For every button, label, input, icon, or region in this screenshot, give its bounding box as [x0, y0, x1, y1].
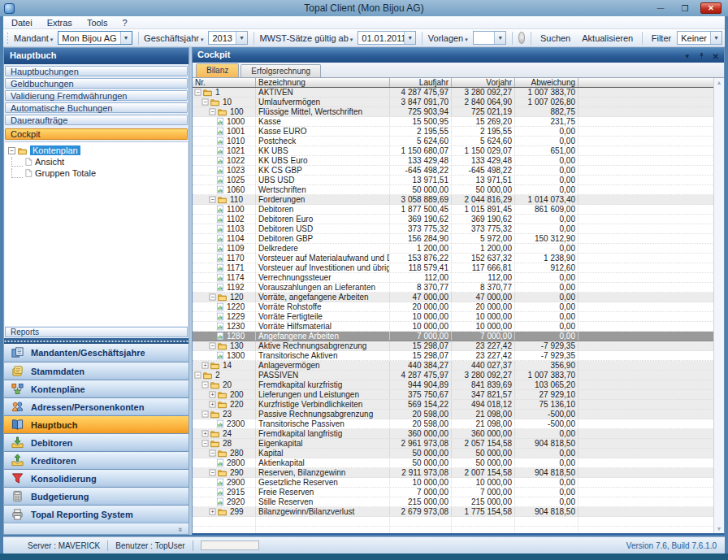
chevron-down-icon[interactable] [120, 32, 132, 44]
mandant-combobox[interactable]: Mon Bijou AG [58, 31, 132, 45]
tab-bilanz[interactable]: Bilanz [196, 63, 239, 77]
chevron-down-icon[interactable] [710, 32, 722, 44]
nav-button-budgetierung[interactable]: Budgetierung [4, 487, 188, 505]
collapse-icon[interactable] [209, 196, 215, 202]
collapse-icon[interactable] [194, 89, 201, 95]
table-row-1100[interactable]: 1100Debitoren1 877 500,451 015 891,45861… [193, 205, 724, 215]
table-row-1109[interactable]: 1109Delkredere1 200,001 200,000,00 [193, 244, 724, 254]
table-row-2800[interactable]: 2800Aktienkapital50 000,0050 000,000,00 [193, 458, 724, 468]
menu-item-[interactable]: ? [123, 18, 128, 28]
sidebar-collapse-button[interactable]: » [4, 523, 188, 534]
table-row-1103[interactable]: 1103Debitoren USD373 775,32373 775,320,0… [193, 224, 724, 234]
sidebar-item-reports[interactable]: Reports [5, 327, 188, 337]
expand-icon[interactable] [202, 362, 208, 368]
tree-node-label[interactable]: Ansicht [35, 157, 64, 167]
menu-item-tools[interactable]: Tools [87, 18, 108, 28]
table-row-1102[interactable]: 1102Debitoren Euro369 190,62369 190,620,… [193, 215, 724, 224]
nav-button-kontenpl-ne[interactable]: Kontenpläne [4, 380, 188, 397]
table-row-1280[interactable]: 1280Angefangene Arbeiten7 000,007 000,00… [193, 332, 724, 341]
close-panel-icon[interactable]: ✕ [713, 52, 719, 61]
nav-button-mandanten-gesch-ftsjahre[interactable]: Mandanten/Geschäftsjahre [4, 344, 188, 362]
table-row-1229[interactable]: 1229Vorräte Fertigteile10 000,0010 000,0… [193, 312, 724, 322]
table-row-24[interactable]: 24Fremdkapital langfristig360 000,00360 … [193, 429, 724, 439]
nav-button-adressen-personenkonten[interactable]: Adressen/Personenkonten [4, 397, 188, 415]
vorlagen-dropdown-button[interactable]: Vorlagen [426, 33, 470, 43]
tree-node-kontenplan[interactable]: Kontenplan [8, 145, 188, 156]
table-row-110[interactable]: 110Forderungen3 058 889,692 044 816,291 … [193, 195, 724, 205]
table-row-1174[interactable]: 1174Verrechnungssteuer112,00112,000,00 [193, 273, 724, 283]
pin-icon[interactable] [698, 52, 705, 62]
collapse-icon[interactable] [209, 342, 215, 349]
filter-button[interactable]: Filter [646, 33, 674, 43]
tree-node-ansicht[interactable]: Ansicht [8, 156, 188, 167]
table-row-1170[interactable]: 1170Vorsteuer auf Materialaufwand und D.… [193, 254, 724, 263]
window-position-icon[interactable]: ▼ [684, 53, 691, 60]
sidebar-item-geldbuchungen[interactable]: Geldbuchungen [5, 78, 188, 89]
table-row-2915[interactable]: 2915Freie Reserven7 000,007 000,000,00 [193, 488, 724, 497]
table-row-100[interactable]: 100Flüssige Mittel, Wertschriften725 903… [193, 107, 724, 117]
collapse-icon[interactable] [209, 469, 215, 475]
table-row-290[interactable]: 290Reserven, Bilanzgewinn2 911 973,082 0… [193, 468, 724, 478]
vertical-scrollbar[interactable]: ▲ ▼ [713, 78, 724, 533]
suchen-button[interactable]: Suchen [535, 33, 576, 43]
toolbar-grip[interactable] [6, 32, 8, 44]
collapse-icon[interactable] [202, 410, 208, 417]
table-row-130[interactable]: 130Aktive Rechnungsabgrenzung15 298,0723… [193, 341, 724, 351]
nav-button-debitoren[interactable]: Debitoren [4, 433, 188, 451]
minimize-button[interactable] [652, 2, 670, 14]
expand-icon[interactable] [202, 430, 208, 436]
nav-button-hauptbuch[interactable]: Hauptbuch [4, 415, 188, 433]
table-row-1104[interactable]: 1104Debitoren GBP156 284,905 972,00150 3… [193, 234, 724, 244]
tree-node-label[interactable]: Gruppen Totale [35, 168, 96, 178]
chevron-down-icon[interactable] [494, 32, 505, 44]
menu-item-extras[interactable]: Extras [47, 18, 72, 28]
collapse-icon[interactable] [209, 293, 215, 300]
scroll-down-icon[interactable]: ▼ [717, 524, 722, 533]
table-row-1171[interactable]: 1171Vorsteuer auf Investitionen und übri… [193, 263, 724, 273]
table-row-1022[interactable]: 1022KK UBS Euro133 429,48133 429,480,00 [193, 156, 724, 166]
aktualisieren-button[interactable]: Aktualisieren [576, 33, 639, 43]
table-row-2[interactable]: 2PASSIVEN4 287 475,973 280 092,271 007 3… [193, 371, 724, 380]
table-row-2900[interactable]: 2900Gesetzliche Reserven10 000,0010 000,… [193, 478, 724, 488]
table-row-14[interactable]: 14Anlagevermögen440 384,27440 027,37356,… [193, 361, 724, 371]
table-row-28[interactable]: 28Eigenkapital2 961 973,082 057 154,5890… [193, 439, 724, 449]
filter-combobox[interactable]: Keiner [677, 31, 722, 45]
column-header-bezeichnung[interactable]: Bezeichnung [256, 78, 390, 87]
table-row-2920[interactable]: 2920Stille Reserven215 000,00215 000,000… [193, 497, 724, 507]
column-header-laufjahr[interactable]: Laufjahr [390, 78, 452, 87]
tab-erfolgsrechnung[interactable]: Erfolgsrechnung [240, 64, 321, 77]
column-header-nr[interactable]: Nr. [193, 78, 256, 87]
table-row-1220[interactable]: 1220Vorräte Rohstoffe20 000,0020 000,000… [193, 302, 724, 312]
table-row-1025[interactable]: 1025UBS USD13 971,5113 971,510,00 [193, 176, 724, 185]
sidebar-item-validierung-fremdw-hrungen[interactable]: Validierung Fremdwährungen [5, 90, 188, 101]
table-row-299[interactable]: 299Bilanzgewinn/Bilanzverlust2 679 973,0… [193, 507, 724, 517]
nav-button-konsolidierung[interactable]: Konsolidierung [4, 469, 188, 487]
collapse-icon[interactable] [8, 147, 15, 154]
sidebar-item-automatische-buchungen[interactable]: Automatische Buchungen [5, 102, 188, 113]
table-row-1192[interactable]: 1192Vorauszahlungen an Lieferanten8 370,… [193, 283, 724, 293]
table-row-1060[interactable]: 1060Wertschriften50 000,0050 000,000,00 [193, 185, 724, 195]
table-row-220[interactable]: 220Kurzfristige Verbindlichkeiten569 154… [193, 400, 724, 410]
table-row-1023[interactable]: 1023KK CS GBP-645 498,22-645 498,220,00 [193, 166, 724, 176]
collapse-icon[interactable] [209, 108, 215, 115]
menu-item-datei[interactable]: Datei [11, 18, 32, 28]
chevron-down-icon[interactable] [236, 32, 247, 44]
sidebar-item-dauerauftr-ge[interactable]: Daueraufträge [5, 115, 188, 125]
close-button[interactable] [700, 2, 722, 14]
expand-icon[interactable] [209, 401, 215, 407]
mwst-dropdown-button[interactable]: MWST-Sätze gültig ab [257, 33, 355, 43]
nav-button-stammdaten[interactable]: Stammdaten [4, 362, 188, 380]
expand-icon[interactable] [209, 391, 215, 397]
mwst-date-combobox[interactable]: 01.01.2011 [358, 31, 416, 45]
chevron-down-icon[interactable] [404, 32, 415, 44]
table-row-1230[interactable]: 1230Vorräte Hilfsmaterial10 000,0010 000… [193, 322, 724, 332]
sidebar-item-cockpit[interactable]: Cockpit [5, 128, 188, 140]
table-row-23[interactable]: 23Passive Rechnungsabgrenzung20 598,0021… [193, 410, 724, 419]
sidebar-item-hauptbuchungen[interactable]: Hauptbuchungen [5, 66, 188, 76]
vorlagen-combobox[interactable] [473, 31, 507, 45]
table-row-200[interactable]: 200Lieferungen und Leistungen375 750,673… [193, 390, 724, 400]
table-row-1[interactable]: 1AKTIVEN4 287 475,973 280 092,271 007 38… [193, 88, 724, 98]
table-row-1001[interactable]: 1001Kasse EURO2 195,552 195,550,00 [193, 127, 724, 137]
expand-icon[interactable] [209, 508, 215, 514]
table-row-1000[interactable]: 1000Kasse15 500,9515 269,20231,75 [193, 117, 724, 127]
